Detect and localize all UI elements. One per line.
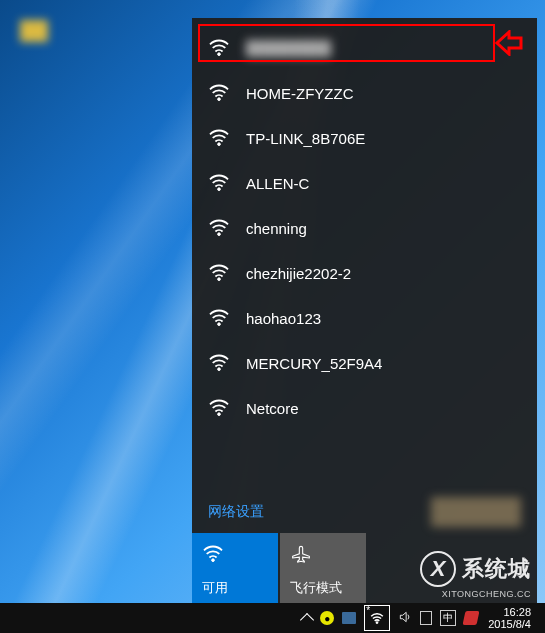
wifi-icon — [208, 218, 230, 239]
wifi-network-item[interactable]: MERCURY_52F9A4 — [192, 341, 537, 386]
tray-clock[interactable]: 16:28 2015/8/4 — [486, 606, 537, 630]
svg-point-5 — [218, 278, 221, 281]
system-tray: ● * 中 16:28 2015/8/4 — [294, 605, 545, 631]
wifi-icon — [208, 128, 230, 149]
airplane-icon — [290, 541, 312, 565]
wifi-icon — [208, 38, 230, 59]
wifi-network-name: ALLEN-C — [246, 175, 309, 192]
svg-point-6 — [218, 323, 221, 326]
tray-status-icon[interactable]: ● — [320, 611, 334, 625]
wifi-network-name: Netcore — [246, 400, 299, 417]
tray-sogou-icon[interactable] — [463, 611, 480, 625]
network-settings-row: 网络设置 — [192, 489, 537, 533]
wifi-network-item[interactable]: TP-LINK_8B706E — [192, 116, 537, 161]
redacted-area — [431, 497, 521, 527]
desktop-shortcut[interactable] — [20, 20, 56, 42]
svg-point-7 — [218, 368, 221, 371]
wifi-icon — [208, 83, 230, 104]
svg-point-3 — [218, 188, 221, 191]
svg-point-4 — [218, 233, 221, 236]
wifi-icon — [202, 541, 224, 565]
svg-point-9 — [212, 559, 215, 562]
wifi-network-item[interactable]: ████████ — [192, 26, 537, 71]
wifi-network-list: ████████ HOME-ZFYZZC TP-LINK_8B706E ALLE… — [192, 18, 537, 489]
tray-action-center-icon[interactable] — [420, 611, 432, 625]
network-settings-link[interactable]: 网络设置 — [208, 503, 264, 521]
wifi-network-item[interactable]: chenning — [192, 206, 537, 251]
quick-action-tiles: 可用 飞行模式 — [192, 533, 537, 603]
wifi-network-name: chezhijie2202-2 — [246, 265, 351, 282]
folder-icon — [20, 20, 48, 42]
svg-point-10 — [376, 622, 378, 624]
tray-ime-indicator[interactable]: 中 — [440, 610, 456, 626]
clock-time: 16:28 — [488, 606, 531, 618]
wifi-network-item[interactable]: ALLEN-C — [192, 161, 537, 206]
wifi-icon — [208, 353, 230, 374]
wifi-network-name: TP-LINK_8B706E — [246, 130, 365, 147]
svg-point-2 — [218, 143, 221, 146]
network-flyout: ████████ HOME-ZFYZZC TP-LINK_8B706E ALLE… — [192, 18, 537, 603]
wifi-network-item[interactable]: haohao123 — [192, 296, 537, 341]
tray-volume-icon[interactable] — [398, 610, 412, 626]
wifi-network-name: chenning — [246, 220, 307, 237]
wifi-icon — [208, 308, 230, 329]
wifi-network-item[interactable]: chezhijie2202-2 — [192, 251, 537, 296]
clock-date: 2015/8/4 — [488, 618, 531, 630]
wifi-tile[interactable]: 可用 — [192, 533, 278, 603]
wifi-icon — [208, 263, 230, 284]
airplane-mode-tile[interactable]: 飞行模式 — [280, 533, 366, 603]
wifi-network-name: haohao123 — [246, 310, 321, 327]
wifi-network-item[interactable]: HOME-ZFYZZC — [192, 71, 537, 116]
tray-network-icon[interactable]: * — [364, 605, 390, 631]
tray-overflow-icon[interactable] — [300, 613, 314, 627]
svg-point-0 — [218, 53, 221, 56]
wifi-network-name: HOME-ZFYZZC — [246, 85, 353, 102]
airplane-tile-label: 飞行模式 — [290, 579, 342, 597]
wifi-tile-label: 可用 — [202, 579, 228, 597]
wifi-network-name: ████████ — [246, 40, 331, 57]
taskbar: ● * 中 16:28 2015/8/4 — [0, 603, 545, 633]
svg-point-1 — [218, 98, 221, 101]
wifi-network-item[interactable]: Netcore — [192, 386, 537, 431]
tray-app-icon[interactable] — [342, 612, 356, 624]
svg-point-8 — [218, 413, 221, 416]
wifi-icon — [208, 398, 230, 419]
wifi-icon — [208, 173, 230, 194]
wifi-network-name: MERCURY_52F9A4 — [246, 355, 382, 372]
